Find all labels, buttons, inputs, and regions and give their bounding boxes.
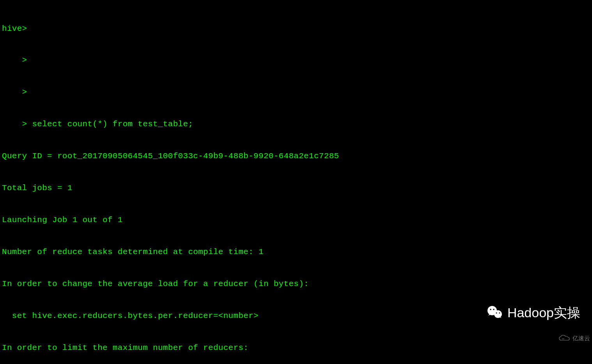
terminal-line: Number of reduce tasks determined at com… xyxy=(2,247,590,257)
wechat-watermark: Hadoop实操 xyxy=(486,304,580,321)
svg-point-2 xyxy=(490,309,491,310)
terminal-line: Launching Job 1 out of 1 xyxy=(2,215,590,225)
wechat-icon xyxy=(486,304,503,321)
watermark-label: Hadoop实操 xyxy=(507,304,580,321)
svg-text:ss: ss xyxy=(562,337,564,340)
terminal-line: hive> xyxy=(2,23,590,34)
svg-point-1 xyxy=(494,310,502,318)
terminal-line: Query ID = root_20170905064545_100f033c-… xyxy=(2,151,590,161)
yisu-watermark-label: 亿速云 xyxy=(573,334,590,342)
terminal-line: > xyxy=(2,87,590,97)
terminal-line: In order to change the average load for … xyxy=(2,279,590,289)
yisu-watermark: ss 亿速云 xyxy=(558,334,590,343)
terminal-line: > select count(*) from test_table; xyxy=(2,119,590,129)
terminal-line: > xyxy=(2,55,590,65)
svg-point-4 xyxy=(496,312,497,313)
svg-point-5 xyxy=(499,312,500,313)
yisu-cloud-icon: ss xyxy=(558,334,570,343)
terminal-line: Total jobs = 1 xyxy=(2,183,590,193)
terminal-line: In order to limit the maximum number of … xyxy=(2,343,590,353)
svg-point-3 xyxy=(493,309,495,310)
